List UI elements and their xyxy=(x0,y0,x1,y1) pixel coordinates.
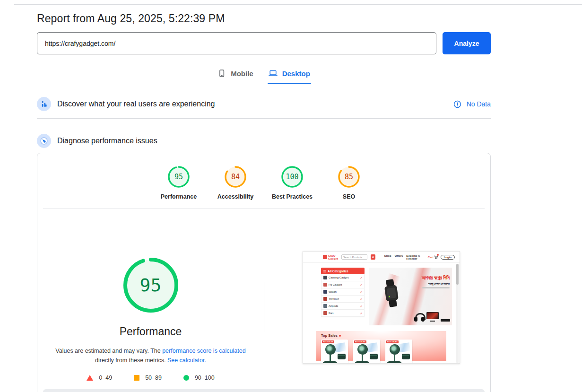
lab-data-section-header: Diagnose performance issues xyxy=(37,133,491,148)
preview-search-button xyxy=(371,254,375,260)
category-thumb xyxy=(323,290,327,294)
real-users-icon xyxy=(37,97,51,111)
arrow-up-right-icon: ↗ xyxy=(360,312,362,315)
score-calculated-link[interactable]: performance score is calculated xyxy=(162,348,245,354)
column-divider xyxy=(264,282,264,332)
performance-summary-column: 95 Performance Values are estimated and … xyxy=(37,209,264,381)
preview-categories: All Categories Gaming Gadget↗ Pc Gadget↗… xyxy=(321,268,365,317)
arrow-up-right-icon: ↗ xyxy=(360,290,362,294)
tab-desktop[interactable]: Desktop xyxy=(268,68,311,84)
score-gauge-performance[interactable]: 95 Performance xyxy=(153,166,205,200)
red-dot-icon xyxy=(339,335,341,337)
preview-nav: Shop Offers Become A Reseller xyxy=(384,254,425,260)
preview-categories-header: All Categories xyxy=(321,268,365,274)
banner-subheading: সবকিছু একসাথে এক জায়গায় xyxy=(422,282,450,286)
legend-range-good: 90–100 xyxy=(183,375,215,381)
top-sales-heading: Top Sales xyxy=(321,333,446,338)
preview-header: CrafyGadget Search Products Shop Offers … xyxy=(303,252,460,263)
featured-score-label: Performance xyxy=(120,325,182,338)
preview-category-item: Watch↗ xyxy=(321,288,365,296)
hamburger-icon xyxy=(323,270,326,272)
cart-badge xyxy=(437,254,439,256)
lab-data-heading: Diagnose performance issues xyxy=(57,137,157,145)
score-value: 85 xyxy=(338,166,360,188)
score-label: SEO xyxy=(343,193,355,200)
page-title: Report from Aug 25, 2025, 5:22:39 PM xyxy=(37,12,225,25)
score-gauge-accessibility[interactable]: 84 Accessibility xyxy=(209,166,261,200)
keyboard-image xyxy=(441,319,450,322)
tab-mobile[interactable]: Mobile xyxy=(217,68,254,84)
tab-desktop-label: Desktop xyxy=(282,70,310,78)
banner-products xyxy=(414,312,450,322)
hot-sales-badge: HOT SALES xyxy=(386,340,399,343)
preview-category-item: Pc Gadget↗ xyxy=(321,281,365,288)
hot-sales-badge: HOT SALES xyxy=(322,340,334,343)
arrow-up-right-icon: ↗ xyxy=(360,276,362,279)
tab-mobile-label: Mobile xyxy=(231,70,253,78)
preview-category-item: Gaming Gadget↗ xyxy=(321,274,365,281)
fan-image xyxy=(357,344,368,355)
score-value: 95 xyxy=(167,166,190,188)
preview-product-card: HOT SALES xyxy=(385,340,412,364)
site-screenshot-thumbnail: CrafyGadget Search Products Shop Offers … xyxy=(303,251,460,364)
score-label: Accessibility xyxy=(217,193,253,200)
banner-heading: আপনার স্বপ্নের পিসি xyxy=(422,275,450,281)
pagespeed-report-page: Report from Aug 25, 2025, 5:22:39 PM Ana… xyxy=(37,0,491,392)
score-gauge-seo[interactable]: 85 SEO xyxy=(323,166,375,200)
mobile-icon xyxy=(217,69,226,78)
category-thumb xyxy=(323,297,327,301)
fan-image xyxy=(390,344,400,355)
info-icon[interactable] xyxy=(453,100,461,108)
hot-sales-badge: HOT SALES xyxy=(354,340,366,343)
legend-range-average: 50–89 xyxy=(134,375,162,381)
analyze-button[interactable]: Analyze xyxy=(443,32,491,54)
featured-score-value: 95 xyxy=(122,256,180,314)
disclaimer-text: Values are estimated and may vary. The p… xyxy=(47,346,255,365)
category-scores-row: 95 Performance 84 Accessibility 100 Best… xyxy=(37,166,490,200)
arrow-up-right-icon: ↗ xyxy=(360,297,362,301)
preview-product-card: HOT SALES xyxy=(321,340,348,364)
no-data-link[interactable]: No Data xyxy=(467,100,491,108)
section-divider xyxy=(37,118,491,119)
lighthouse-report-card: 95 Performance 84 Accessibility 100 Best… xyxy=(37,153,491,392)
desktop-icon xyxy=(269,69,278,78)
preview-login-button: Login xyxy=(441,255,455,260)
good-circle-icon xyxy=(183,375,189,381)
fan-image xyxy=(325,344,336,355)
score-value: 100 xyxy=(281,166,304,188)
score-gauge-best-practices[interactable]: 100 Best Practices xyxy=(266,166,318,200)
magnifier-icon xyxy=(372,256,374,258)
featured-performance-gauge: 95 xyxy=(122,256,180,314)
field-data-heading: Discover what your real users are experi… xyxy=(57,100,215,108)
field-data-section-header: Discover what your real users are experi… xyxy=(37,96,491,112)
preview-category-item: Trimmer↗ xyxy=(321,296,365,303)
score-value: 84 xyxy=(224,166,247,188)
category-thumb xyxy=(323,276,327,279)
preview-cart: Cart xyxy=(428,256,438,259)
preview-category-item: Fan↗ xyxy=(321,310,365,317)
banner-caption-line xyxy=(422,287,450,288)
score-legend: 0–49 50–89 90–100 xyxy=(87,375,214,381)
score-label: Performance xyxy=(161,193,197,200)
preview-scrollbar xyxy=(456,264,459,363)
category-thumb xyxy=(323,311,327,315)
category-thumb xyxy=(323,304,327,308)
smartwatch-image xyxy=(384,285,399,301)
category-thumb xyxy=(323,283,327,287)
preview-scrollbar-thumb xyxy=(456,264,459,285)
monitor-image xyxy=(426,312,439,322)
preview-category-item: Airpods↗ xyxy=(321,303,365,310)
average-square-icon xyxy=(134,375,139,381)
preview-hero-banner: আপনার স্বপ্নের পিসি সবকিছু একসাথে এক জায… xyxy=(369,268,452,325)
cart-icon xyxy=(434,255,438,259)
poor-triangle-icon xyxy=(87,375,93,381)
legend-range-poor: 0–49 xyxy=(87,375,112,381)
preview-top-sales-section: Top Sales HOT SALES HOT SALES xyxy=(316,331,446,361)
headphones-image xyxy=(414,313,425,322)
diagnose-gauge-icon xyxy=(37,134,51,148)
score-label: Best Practices xyxy=(272,193,313,200)
see-calculator-link[interactable]: See calculator. xyxy=(167,357,206,364)
device-tabs: Mobile Desktop xyxy=(37,68,491,84)
url-input[interactable] xyxy=(37,32,436,54)
preview-product-card: HOT SALES xyxy=(353,340,380,364)
